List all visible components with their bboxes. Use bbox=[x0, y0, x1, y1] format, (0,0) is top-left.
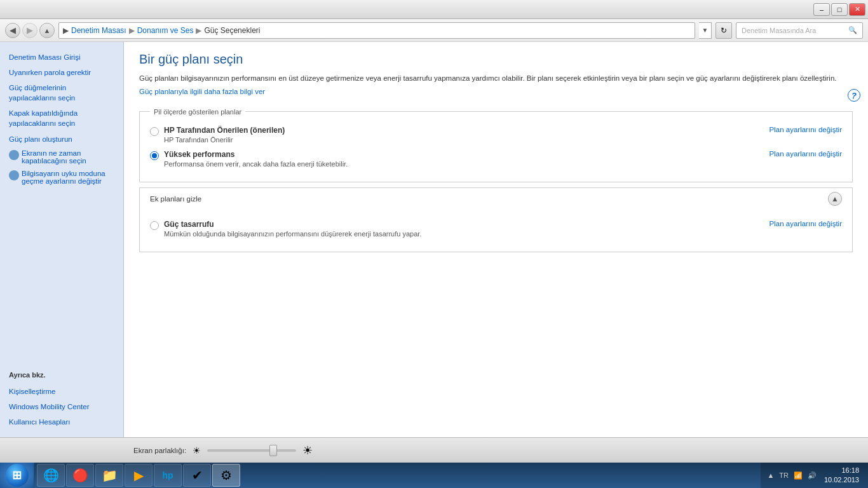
window-controls: – □ ✕ bbox=[813, 3, 865, 16]
sidebar-item-mobility[interactable]: Windows Mobility Center bbox=[0, 399, 123, 414]
search-box[interactable]: Denetim Masasında Ara 🔍 bbox=[736, 22, 863, 39]
sidebar-item-kullanici[interactable]: Kullanıcı Hesapları bbox=[0, 414, 123, 430]
taskbar-hp[interactable]: hp bbox=[154, 464, 182, 487]
close-button[interactable]: ✕ bbox=[849, 3, 865, 16]
extra-toggle-label: Ek planları gizle bbox=[150, 195, 201, 203]
start-button[interactable]: ⊞ bbox=[0, 463, 34, 488]
up-button[interactable]: ▲ bbox=[39, 23, 55, 38]
ie-icon: 🌐 bbox=[43, 468, 59, 483]
refresh-button[interactable]: ↻ bbox=[715, 22, 732, 39]
battery-plans-fieldset: Pil ölçerde gösterilen planlar HP Tarafı… bbox=[139, 108, 853, 182]
chrome-icon: 🔴 bbox=[72, 468, 88, 483]
radio-yuksek[interactable] bbox=[150, 151, 159, 160]
clock-time: 16:18 bbox=[824, 466, 859, 475]
extra-toggle-button[interactable]: ▲ bbox=[828, 192, 842, 206]
plan-row-yuksek: Yüksek performans Performansa önem verir… bbox=[150, 150, 842, 168]
page-description: Güç planları bilgisayarınızın performans… bbox=[139, 73, 853, 84]
tray-clock[interactable]: 16:18 10.02.2013 bbox=[820, 466, 863, 485]
plan-row-tasarruf: Güç tasarrufu Mümkün olduğunda bilgisaya… bbox=[150, 220, 842, 238]
taskbar-chrome[interactable]: 🔴 bbox=[66, 464, 94, 487]
nav-buttons: ◀ ▶ ▲ bbox=[5, 23, 55, 38]
extra-plans-section: Güç tasarrufu Mümkün olduğunda bilgisaya… bbox=[139, 210, 853, 252]
search-placeholder: Denetim Masasında Ara bbox=[742, 27, 816, 34]
minimize-button[interactable]: – bbox=[813, 3, 830, 16]
sidebar: Denetim Masası Girişi Uyanırken parola g… bbox=[0, 42, 124, 437]
maximize-button[interactable]: □ bbox=[831, 3, 848, 16]
breadcrumb-arrow[interactable]: ▼ bbox=[699, 22, 712, 39]
breadcrumb-donanim[interactable]: Donanım ve Ses bbox=[137, 26, 194, 35]
tray-network[interactable]: 📶 bbox=[792, 471, 804, 480]
control-icon: ⚙ bbox=[220, 468, 232, 483]
tray-lang[interactable]: TR bbox=[778, 471, 790, 479]
taskbar-apps: 🌐 🔴 📁 ▶ hp ✔ ⚙ bbox=[34, 464, 243, 487]
taskbar: ⊞ 🌐 🔴 📁 ▶ hp ✔ ⚙ bbox=[0, 463, 868, 488]
sidebar-item-guc-plani[interactable]: Güç planı oluşturun bbox=[0, 132, 123, 147]
plan-desc-hp: HP Tarafından Önerilir bbox=[164, 136, 285, 144]
taskbar-steam[interactable]: ✔ bbox=[183, 464, 211, 487]
plan-settings-hp[interactable]: Plan ayarlarını değiştir bbox=[770, 126, 842, 133]
title-bar: – □ ✕ bbox=[0, 0, 868, 19]
learn-more-link[interactable]: Güç planlarıyla ilgili daha fazla bilgi … bbox=[139, 88, 265, 95]
brightness-slider[interactable] bbox=[207, 449, 296, 452]
brightness-bar: Ekran parlaklığı: ☀ ☀ bbox=[0, 437, 868, 463]
media-icon: ▶ bbox=[134, 468, 144, 483]
content-area: Bir güç planı seçin Güç planları bilgisa… bbox=[124, 42, 868, 437]
sidebar-item-kisisel[interactable]: Kişiselleştirme bbox=[0, 384, 123, 399]
sidebar-item-parola[interactable]: Uyanırken parola gerektir bbox=[0, 65, 123, 80]
taskbar-explorer[interactable]: 📁 bbox=[95, 464, 123, 487]
steam-icon: ✔ bbox=[192, 468, 203, 483]
clock-date: 10.02.2013 bbox=[824, 475, 859, 485]
extra-toggle-row: Ek planları gizle ▲ bbox=[139, 187, 853, 210]
also-label: Ayrıca bkz. bbox=[0, 366, 123, 384]
page-title: Bir güç planı seçin bbox=[139, 52, 853, 67]
back-button[interactable]: ◀ bbox=[5, 23, 20, 38]
help-icon[interactable]: ? bbox=[848, 89, 860, 102]
breadcrumb: ▶ Denetim Masası ▶ Donanım ve Ses ▶ Güç … bbox=[58, 22, 695, 39]
plan-desc-yuksek: Performansa önem verir, ancak daha fazla… bbox=[164, 160, 348, 168]
taskbar-tray: ▲ TR 📶 🔊 16:18 10.02.2013 bbox=[761, 463, 868, 488]
breadcrumb-guc: Güç Seçenekleri bbox=[204, 26, 260, 35]
radio-tasarruf[interactable] bbox=[150, 221, 159, 230]
plan-name-tasarruf: Güç tasarrufu bbox=[164, 220, 421, 229]
monitor-icon bbox=[9, 150, 19, 160]
sidebar-item-ekran[interactable]: Ekranın ne zaman kapatılacağını seçin bbox=[0, 147, 123, 167]
taskbar-control[interactable]: ⚙ bbox=[212, 464, 240, 487]
brightness-low-icon: ☀ bbox=[193, 445, 201, 456]
battery-plans-legend: Pil ölçerde gösterilen planlar bbox=[150, 108, 245, 116]
tray-expand[interactable]: ▲ bbox=[766, 471, 775, 479]
start-orb: ⊞ bbox=[6, 464, 29, 487]
taskbar-media[interactable]: ▶ bbox=[125, 464, 153, 487]
plan-settings-yuksek[interactable]: Plan ayarlarını değiştir bbox=[770, 150, 842, 158]
brightness-label: Ekran parlaklığı: bbox=[133, 447, 186, 454]
taskbar-ie[interactable]: 🌐 bbox=[37, 464, 65, 487]
sleep-icon bbox=[9, 170, 19, 180]
brightness-high-icon: ☀ bbox=[302, 444, 313, 458]
radio-hp[interactable] bbox=[150, 127, 159, 136]
plan-name-yuksek: Yüksek performans bbox=[164, 150, 348, 159]
breadcrumb-denetim[interactable]: Denetim Masası bbox=[71, 26, 126, 35]
sidebar-item-guc-dug[interactable]: Güç düğmelerinin yapılacaklarını seçin bbox=[0, 80, 123, 105]
radio-dot bbox=[152, 153, 157, 158]
plan-desc-tasarruf: Mümkün olduğunda bilgisayarınızın perfor… bbox=[164, 230, 421, 238]
sidebar-item-denetim-giris[interactable]: Denetim Masası Girişi bbox=[0, 50, 123, 65]
plan-row-hp: HP Tarafından Önerilen (önerilen) HP Tar… bbox=[150, 126, 842, 144]
brightness-thumb[interactable] bbox=[269, 445, 277, 456]
tray-volume[interactable]: 🔊 bbox=[806, 471, 818, 480]
plans-section: Pil ölçerde gösterilen planlar HP Tarafı… bbox=[139, 108, 853, 252]
sidebar-item-kapak[interactable]: Kapak kapatıldığında yapılacaklarını seç… bbox=[0, 105, 123, 131]
search-icon: 🔍 bbox=[848, 26, 857, 34]
forward-button[interactable]: ▶ bbox=[22, 23, 37, 38]
address-bar: ◀ ▶ ▲ ▶ Denetim Masası ▶ Donanım ve Ses … bbox=[0, 19, 868, 42]
plan-settings-tasarruf[interactable]: Plan ayarlarını değiştir bbox=[770, 220, 842, 227]
sidebar-item-uyku[interactable]: Bilgisayarın uyku moduna geçme ayarların… bbox=[0, 167, 123, 187]
hp-icon: hp bbox=[162, 470, 173, 480]
plan-name-hp: HP Tarafından Önerilen (önerilen) bbox=[164, 126, 285, 135]
explorer-icon: 📁 bbox=[102, 468, 118, 483]
